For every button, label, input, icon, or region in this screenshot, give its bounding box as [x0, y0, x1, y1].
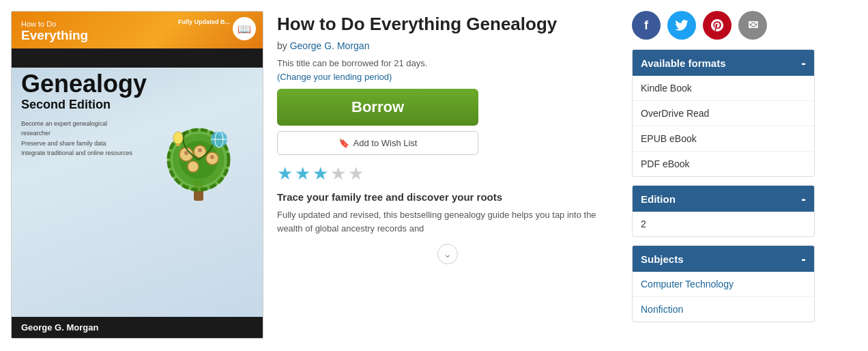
edition-collapse[interactable]: - — [801, 192, 806, 206]
cover-banner-title: Everything — [21, 29, 253, 43]
format-overdrive: OverDrive Read — [633, 101, 814, 126]
subjects-header: Subjects - — [633, 246, 814, 272]
email-label: ✉ — [748, 18, 758, 33]
twitter-icon[interactable] — [667, 11, 696, 40]
format-kindle: Kindle Book — [633, 76, 814, 101]
star-3[interactable]: ★ — [313, 163, 328, 184]
cover-bullet-list: Become an expert genealogical researcher… — [21, 119, 134, 208]
cover-bullet-3: Integrate traditional and online resourc… — [21, 148, 134, 158]
wishlist-button[interactable]: 🔖 Add to Wish List — [277, 131, 478, 155]
book-description: Fully updated and revised, this bestsell… — [277, 208, 618, 236]
author-by-label: by — [277, 40, 287, 51]
subject-computer-technology[interactable]: Computer Technology — [633, 272, 814, 297]
book-cover-top-banner: How to Do Everything Fully Updated B... … — [12, 12, 263, 48]
available-formats-section: Available formats - Kindle Book OverDriv… — [632, 49, 815, 177]
facebook-label: f — [644, 18, 648, 33]
edition-value: 2 — [633, 212, 814, 236]
svg-point-9 — [184, 151, 188, 155]
available-formats-collapse[interactable]: - — [801, 56, 806, 70]
format-pdf: PDF eBook — [633, 152, 814, 176]
subject-nonfiction[interactable]: Nonfiction — [633, 297, 814, 322]
email-icon[interactable]: ✉ — [738, 11, 767, 40]
svg-rect-16 — [176, 143, 180, 146]
svg-point-11 — [210, 155, 214, 159]
cover-tree-illustration — [144, 119, 253, 208]
change-lending-link[interactable]: (Change your lending period) — [277, 72, 392, 82]
star-1[interactable]: ★ — [277, 163, 293, 184]
cover-edition-text: Second Edition — [12, 96, 263, 113]
pinterest-icon[interactable] — [703, 11, 732, 40]
scroll-down-button[interactable]: ⌄ — [437, 244, 458, 264]
cover-black-bar — [12, 48, 263, 68]
wishlist-button-label: Add to Wish List — [353, 138, 418, 148]
book-title: How to Do Everything Genealogy — [277, 14, 618, 35]
bookmark-icon: 🔖 — [338, 138, 349, 148]
svg-point-8 — [188, 161, 199, 172]
available-formats-header: Available formats - — [633, 50, 814, 76]
format-epub: EPUB eBook — [633, 126, 814, 152]
cover-main-title: Genealogy — [12, 68, 263, 96]
cover-bullet-1: Become an expert genealogical researcher — [21, 119, 134, 139]
cover-bullet-2: Preserve and share family data — [21, 139, 134, 148]
star-5[interactable]: ★ — [348, 163, 364, 184]
cover-updated-text: Fully Updated B... — [178, 18, 230, 25]
overdrive-badge-icon: 📖 — [233, 17, 256, 40]
scroll-down-area: ⌄ — [277, 244, 618, 264]
subjects-collapse[interactable]: - — [801, 252, 806, 266]
book-tagline: Trace your family tree and discover your… — [277, 191, 618, 203]
star-rating[interactable]: ★ ★ ★ ★ ★ — [277, 163, 618, 184]
svg-point-10 — [198, 148, 202, 152]
edition-section: Edition - 2 — [632, 185, 815, 237]
right-sidebar: f ✉ Available formats - Kindle Book Over… — [632, 11, 815, 331]
cover-author-bar: George G. Morgan — [12, 317, 263, 338]
star-2[interactable]: ★ — [295, 163, 310, 184]
cover-content-area: Become an expert genealogical researcher… — [12, 113, 263, 213]
lending-info: This title can be borrowed for 21 days. … — [277, 57, 618, 83]
star-4[interactable]: ★ — [330, 163, 346, 184]
main-content-area: How to Do Everything Genealogy by George… — [277, 11, 618, 264]
borrow-button[interactable]: Borrow — [277, 89, 478, 126]
subjects-title: Subjects — [641, 253, 684, 265]
lending-text: This title can be borrowed for 21 days. — [277, 58, 427, 68]
edition-title: Edition — [641, 193, 676, 205]
svg-point-15 — [173, 132, 183, 144]
available-formats-title: Available formats — [641, 57, 726, 69]
author-link[interactable]: George G. Morgan — [290, 40, 370, 51]
book-author-line: by George G. Morgan — [277, 40, 618, 51]
book-cover: How to Do Everything Fully Updated B... … — [11, 11, 263, 339]
social-icons-row: f ✉ — [632, 11, 815, 40]
facebook-icon[interactable]: f — [632, 11, 661, 40]
edition-header: Edition - — [633, 186, 814, 212]
subjects-section: Subjects - Computer Technology Nonfictio… — [632, 245, 815, 322]
